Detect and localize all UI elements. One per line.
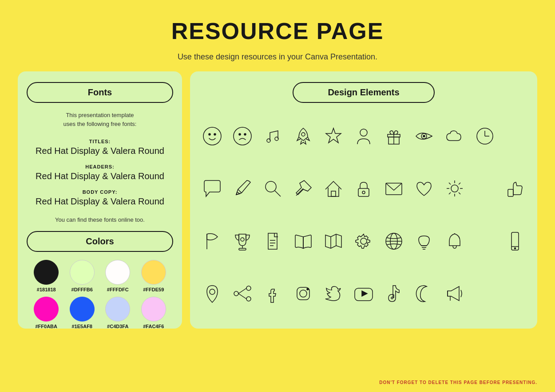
mobile-icon [502, 217, 528, 266]
svg-point-8 [301, 133, 305, 136]
svg-point-56 [210, 289, 215, 294]
color-swatch-3 [105, 260, 130, 285]
instagram-icon [290, 269, 317, 318]
svg-rect-22 [358, 188, 369, 196]
flag-icon [199, 217, 226, 266]
open-book-icon [290, 217, 317, 266]
empty-icon-r4c11 [472, 269, 498, 318]
gift-icon [381, 112, 407, 161]
empty-icon-r1c11 [502, 112, 528, 161]
color-hex-1: #181818 [37, 287, 56, 292]
design-elements-header: Design Elements [293, 82, 435, 103]
map-icon [320, 217, 347, 266]
clock-icon [472, 112, 498, 161]
svg-rect-34 [508, 189, 513, 196]
lock-icon [350, 164, 377, 213]
color-item-5: #FF0ABA [30, 297, 63, 329]
pencil-icon [229, 164, 256, 213]
svg-point-0 [203, 127, 221, 145]
font-label-body: BODY COPY: [83, 189, 118, 195]
tiktok-icon [381, 269, 407, 318]
svg-line-19 [275, 191, 281, 196]
font-find-note: You can find these fonts online too. [27, 216, 173, 223]
color-hex-7: #C4D3FA [107, 324, 128, 329]
color-swatch-4 [141, 260, 166, 285]
document-icon [259, 217, 286, 266]
svg-line-33 [449, 192, 451, 194]
font-entry-body: BODY COPY: Red Hat Display & Valera Roun… [27, 188, 173, 207]
color-item-3: #FFFDFC [102, 260, 134, 292]
svg-point-2 [214, 133, 216, 135]
svg-line-61 [238, 294, 246, 299]
svg-point-1 [209, 133, 210, 135]
svg-point-14 [423, 135, 425, 137]
eye-icon [411, 112, 437, 161]
heart-icon [411, 164, 437, 213]
footer-note: DON'T FORGET TO DELETE THIS PAGE BEFORE … [379, 380, 537, 385]
sad-face-icon [229, 112, 256, 161]
megaphone-icon [441, 269, 468, 318]
color-swatch-1 [34, 260, 59, 285]
page-title: RESOURCE PAGE [0, 0, 555, 44]
globe-icon [381, 217, 407, 266]
pushpin-icon [290, 164, 317, 213]
font-name-titles: Red Hat Display & Valera Round [27, 146, 173, 156]
svg-point-38 [241, 238, 244, 241]
font-entry-titles: TITLES: Red Hat Display & Valera Round [27, 137, 173, 156]
empty-icon-r2c11 [472, 164, 498, 213]
empty-icon-r3c11 [472, 217, 498, 266]
svg-rect-21 [331, 191, 336, 196]
color-item-1: #181818 [30, 260, 63, 292]
font-label-titles: TITLES: [89, 139, 111, 144]
speech-bubble-icon [199, 164, 226, 213]
color-hex-2: #DFFFB6 [71, 287, 93, 292]
color-item-4: #FFDE59 [138, 260, 170, 292]
lightbulb-icon [411, 217, 437, 266]
sun-icon [441, 164, 468, 213]
bell-icon [441, 217, 468, 266]
svg-point-55 [514, 247, 515, 249]
twitter-icon [320, 269, 347, 318]
location-pin-icon [199, 269, 226, 318]
font-label-headers: HEADERS: [85, 164, 114, 169]
color-hex-3: #FFFDFC [107, 287, 129, 292]
cloud-icon [441, 112, 468, 161]
svg-point-59 [234, 291, 238, 296]
font-entry-headers: HEADERS: Red Hat Display & Valera Round [27, 162, 173, 181]
color-item-7: #C4D3FA [102, 297, 134, 329]
right-panel: Design Elements [190, 71, 537, 329]
page-subtitle: Use these design resources in your Canva… [0, 52, 555, 62]
svg-line-60 [238, 288, 246, 294]
svg-point-58 [246, 297, 251, 301]
color-item-6: #1E5AF8 [66, 297, 99, 329]
color-swatch-2 [70, 260, 95, 285]
color-hex-6: #1E5AF8 [72, 324, 92, 329]
moon-icon [411, 269, 437, 318]
music-notes-icon [259, 112, 286, 161]
color-swatch-7 [105, 297, 130, 321]
svg-marker-9 [326, 128, 341, 143]
main-container: Fonts This presentation template uses th… [18, 71, 537, 329]
svg-marker-66 [362, 291, 367, 296]
left-panel: Fonts This presentation template uses th… [18, 71, 182, 329]
colors-header: Colors [27, 231, 173, 252]
svg-point-10 [360, 129, 367, 136]
svg-point-57 [246, 286, 251, 290]
house-icon [320, 164, 347, 213]
fonts-header: Fonts [27, 82, 173, 103]
svg-marker-43 [325, 234, 341, 248]
icons-grid [199, 112, 528, 318]
color-hex-8: #FAC4F6 [143, 324, 164, 329]
trophy-icon [229, 217, 256, 266]
svg-point-3 [234, 127, 251, 145]
magnifier-icon [259, 164, 286, 213]
color-swatch-8 [141, 297, 166, 321]
svg-point-5 [244, 133, 246, 135]
svg-point-25 [451, 185, 458, 192]
font-name-body: Red Hat Display & Valera Round [27, 196, 173, 207]
rocket-icon [290, 112, 317, 161]
youtube-icon [350, 269, 377, 318]
envelope-icon [381, 164, 407, 213]
svg-line-31 [459, 192, 460, 194]
person-icon [350, 112, 377, 161]
